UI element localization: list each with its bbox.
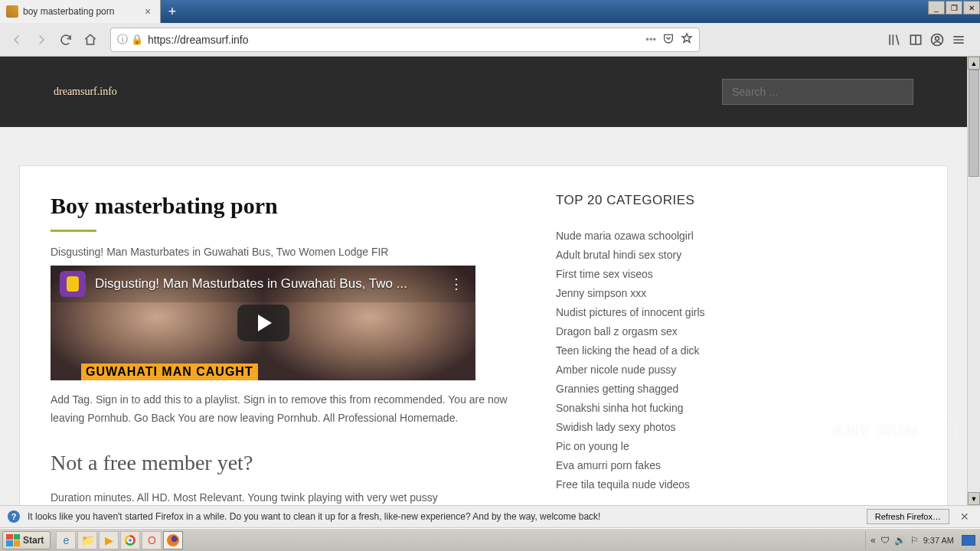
notification-text: It looks like you haven't started Firefo…: [28, 511, 859, 522]
window-titlebar: boy masterbating porn × + _ ❐ ✕: [0, 0, 980, 23]
url-text: https://dreamsurf.info: [148, 34, 641, 46]
media-player-icon[interactable]: ▶: [99, 531, 119, 549]
pocket-icon[interactable]: [662, 32, 675, 47]
category-link[interactable]: Sonakshi sinha hot fucking: [556, 402, 755, 414]
site-header: dreamsurf.info: [0, 57, 967, 127]
play-button[interactable]: [237, 305, 289, 341]
category-link[interactable]: Grannies getting shagged: [556, 383, 755, 395]
windows-logo-icon: [6, 534, 20, 546]
back-button[interactable]: [6, 29, 28, 51]
scrollbar[interactable]: ▲ ▼: [967, 57, 980, 505]
window-controls: _ ❐ ✕: [927, 0, 980, 23]
category-list: Nude maria ozawa schoolgirlAdult brutal …: [556, 230, 755, 491]
close-icon[interactable]: ✕: [957, 510, 972, 523]
video-chyron: GUWAHATI MAN CAUGHT: [81, 364, 258, 380]
close-window-button[interactable]: ✕: [963, 1, 980, 15]
opera-icon[interactable]: O: [142, 531, 162, 549]
address-bar[interactable]: ⓘ 🔒 https://dreamsurf.info •••: [110, 28, 700, 52]
browser-toolbar: ⓘ 🔒 https://dreamsurf.info •••: [0, 23, 980, 57]
category-link[interactable]: Pic on young le: [556, 440, 755, 452]
home-button[interactable]: [80, 29, 101, 51]
category-link[interactable]: Jenny simpson xxx: [556, 287, 755, 299]
page-viewport: dreamsurf.info Boy masterbating porn Dis…: [0, 57, 980, 505]
notification-bar: ? It looks like you haven't started Fire…: [0, 505, 980, 528]
bookmark-icon[interactable]: [681, 32, 693, 47]
svg-point-2: [936, 36, 939, 40]
chrome-icon[interactable]: [120, 531, 140, 549]
article: Boy masterbating porn Disgusting! Man Ma…: [51, 193, 518, 505]
tab-title: boy masterbating porn: [23, 6, 137, 17]
account-icon[interactable]: [929, 32, 945, 47]
title-underline: [51, 230, 96, 232]
menu-icon[interactable]: [951, 32, 966, 47]
video-menu-icon[interactable]: ⋮: [449, 276, 463, 292]
video-embed[interactable]: Disgusting! Man Masturbates in Guwahati …: [51, 266, 475, 380]
info-icon[interactable]: ⓘ: [117, 33, 128, 47]
scroll-up-button[interactable]: ▲: [968, 57, 980, 70]
maximize-button[interactable]: ❐: [946, 1, 962, 15]
start-label: Start: [23, 535, 44, 546]
taskbar: Start e 📁 ▶ O « 🛡 🔊 ⚐ 9:37 AM: [0, 528, 980, 551]
system-tray: « 🛡 🔊 ⚐ 9:37 AM: [865, 531, 980, 549]
scroll-down-button[interactable]: ▼: [968, 492, 980, 505]
article-body-2: Duration minutes. All HD. Most Relevant.…: [51, 489, 518, 505]
category-link[interactable]: Swidish lady sexy photos: [556, 421, 755, 433]
chevron-icon[interactable]: «: [871, 535, 876, 546]
ie-icon[interactable]: e: [56, 531, 76, 549]
sidebar: TOP 20 CATEGORIES Nude maria ozawa schoo…: [556, 193, 755, 505]
scroll-thumb[interactable]: [969, 70, 979, 177]
more-icon[interactable]: •••: [645, 34, 656, 45]
favicon-icon: [6, 5, 18, 18]
refresh-firefox-button[interactable]: Refresh Firefox…: [867, 509, 949, 524]
volume-icon[interactable]: 🔊: [894, 535, 906, 546]
category-link[interactable]: Teen licking the head of a dick: [556, 344, 755, 357]
category-link[interactable]: Eva amurri porn fakes: [556, 459, 755, 471]
site-brand[interactable]: dreamsurf.info: [54, 86, 117, 98]
minimize-button[interactable]: _: [928, 1, 945, 15]
channel-icon[interactable]: [60, 271, 86, 297]
search-input[interactable]: [722, 79, 913, 105]
browser-tab[interactable]: boy masterbating porn ×: [0, 0, 161, 23]
sidebar-heading: TOP 20 CATEGORIES: [556, 193, 755, 208]
category-link[interactable]: Nudist pictures of innocent girls: [556, 306, 755, 318]
clock[interactable]: 9:37 AM: [923, 536, 954, 545]
sidebar-icon[interactable]: [908, 32, 923, 47]
forward-button[interactable]: [31, 29, 52, 51]
article-subheading: Not a free member yet?: [51, 451, 518, 475]
monitor-icon[interactable]: [962, 535, 975, 546]
category-link[interactable]: Adult brutal hindi sex story: [556, 249, 755, 261]
video-title: Disgusting! Man Masturbates in Guwahati …: [95, 276, 440, 292]
firefox-icon[interactable]: [163, 531, 183, 549]
article-body-1: Add Tag. Sign in to add this to a playli…: [51, 391, 518, 428]
new-tab-button[interactable]: +: [161, 0, 184, 23]
shield-icon[interactable]: 🛡: [880, 535, 890, 546]
category-link[interactable]: Amber nicole nude pussy: [556, 364, 755, 376]
flag-icon[interactable]: ⚐: [910, 535, 919, 546]
category-link[interactable]: Free tila tequila nude videos: [556, 478, 755, 491]
library-icon[interactable]: [887, 32, 902, 47]
category-link[interactable]: Dragon ball z orgasm sex: [556, 325, 755, 337]
page-title: Boy masterbating porn: [51, 193, 518, 219]
start-button[interactable]: Start: [2, 531, 51, 549]
info-icon: ?: [8, 510, 20, 523]
explorer-icon[interactable]: 📁: [77, 531, 97, 549]
lock-icon: 🔒: [131, 34, 143, 45]
close-icon[interactable]: ×: [142, 5, 154, 18]
quicklaunch: e 📁 ▶ O: [56, 531, 183, 549]
category-link[interactable]: Nude maria ozawa schoolgirl: [556, 230, 755, 242]
content-card: Boy masterbating porn Disgusting! Man Ma…: [19, 165, 948, 505]
reload-button[interactable]: [55, 29, 77, 51]
play-icon: [258, 315, 272, 331]
category-link[interactable]: First time sex viseos: [556, 268, 755, 280]
article-byline: Disgusting! Man Masturbates in Guwahati …: [51, 246, 518, 258]
